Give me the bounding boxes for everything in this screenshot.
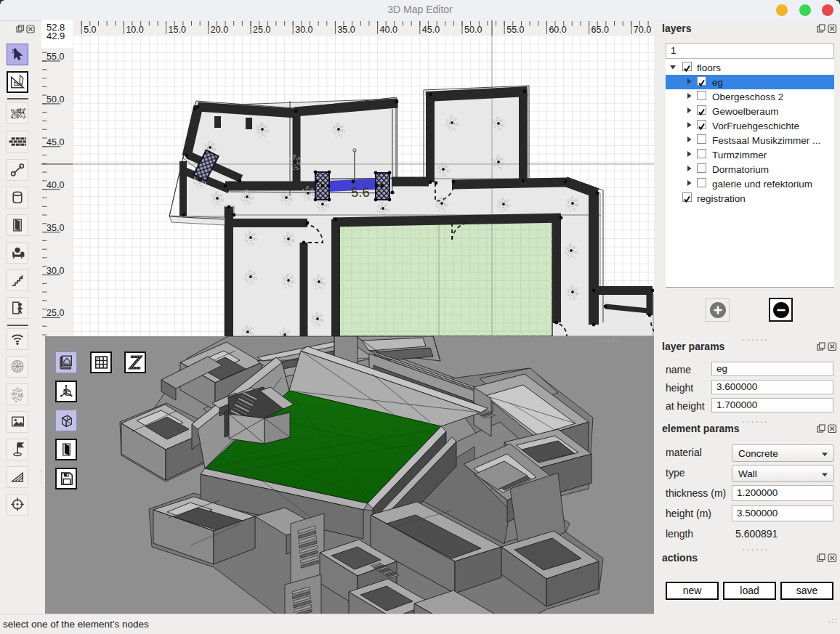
svg-text:GG: GG xyxy=(64,361,70,365)
svg-text:45.0: 45.0 xyxy=(422,25,440,35)
svg-text:60.0: 60.0 xyxy=(549,25,566,35)
svg-text:35.0: 35.0 xyxy=(47,223,64,233)
svg-text:5.6: 5.6 xyxy=(351,184,370,200)
svg-text:55.0: 55.0 xyxy=(506,25,524,35)
svg-text:20.0: 20.0 xyxy=(211,25,228,35)
svg-text:70.0: 70.0 xyxy=(634,25,651,35)
svg-text:50.0: 50.0 xyxy=(47,94,64,105)
svg-text:25.0: 25.0 xyxy=(47,308,64,318)
svg-text:10.0: 10.0 xyxy=(126,25,143,35)
svg-text:50.0: 50.0 xyxy=(464,25,482,35)
svg-text:40.0: 40.0 xyxy=(380,25,397,35)
svg-text:25.0: 25.0 xyxy=(253,25,270,35)
svg-text:65.0: 65.0 xyxy=(591,25,609,35)
svg-text:5.0: 5.0 xyxy=(84,25,96,35)
svg-text:35.0: 35.0 xyxy=(337,25,355,35)
svg-text:30.0: 30.0 xyxy=(295,25,312,35)
svg-text:45.0: 45.0 xyxy=(47,137,64,147)
svg-text:40.0: 40.0 xyxy=(47,180,64,190)
svg-text:15.0: 15.0 xyxy=(169,25,186,35)
svg-text:55.0: 55.0 xyxy=(47,52,64,62)
svg-text:30.0: 30.0 xyxy=(47,266,64,276)
